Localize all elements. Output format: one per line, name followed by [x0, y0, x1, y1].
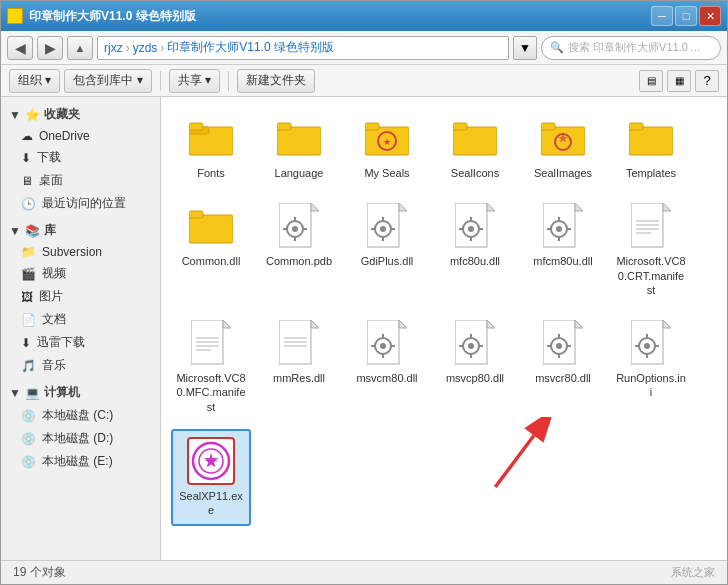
sidebar-item-drive-d[interactable]: 💿 本地磁盘 (D:)	[1, 427, 160, 450]
sidebar-item-label: 最近访问的位置	[42, 195, 126, 212]
file-item-mmres[interactable]: mmRes.dll	[259, 312, 339, 421]
help-button[interactable]: ?	[695, 70, 719, 92]
maximize-button[interactable]: □	[675, 6, 697, 26]
file-item-templates[interactable]: Templates	[611, 107, 691, 187]
file-label: Common.dll	[182, 254, 241, 268]
sidebar-item-download[interactable]: ⬇ 下载	[1, 146, 160, 169]
dll-file-icon	[539, 319, 587, 367]
watermark-text: 系统之家	[671, 565, 715, 580]
svg-marker-104	[663, 320, 671, 328]
file-item-common-dll[interactable]: Common.dll	[171, 195, 251, 304]
view-grid-button[interactable]: ▦	[667, 70, 691, 92]
file-item-sealicons[interactable]: SealIcons	[435, 107, 515, 187]
sidebar-item-pictures[interactable]: 🖼 图片	[1, 285, 160, 308]
search-box[interactable]: 🔍 搜索 印章制作大师V11.0 ...	[541, 36, 721, 60]
folder-icon	[187, 202, 235, 250]
drive-d-icon: 💿	[21, 432, 36, 446]
include-button[interactable]: 包含到库中 ▾	[64, 69, 151, 93]
file-label: Language	[275, 166, 324, 180]
folder-icon: ★	[363, 114, 411, 162]
minimize-button[interactable]: ─	[651, 6, 673, 26]
new-folder-button[interactable]: 新建文件夹	[237, 69, 315, 93]
window-title: 印章制作大师V11.0 绿色特别版	[29, 8, 196, 25]
sidebar-libraries-section: ▼ 📚 库 📁 Subversion 🎬 视频 🖼 图片 📄	[1, 219, 160, 377]
sidebar-item-music[interactable]: 🎵 音乐	[1, 354, 160, 377]
path-dropdown-button[interactable]: ▼	[513, 36, 537, 60]
svg-rect-15	[629, 127, 673, 155]
sidebar-item-desktop[interactable]: 🖥 桌面	[1, 169, 160, 192]
file-item-common-pdb[interactable]: Common.pdb	[259, 195, 339, 304]
thunder-icon: ⬇	[21, 336, 31, 350]
back-button[interactable]: ◀	[7, 36, 33, 60]
file-label: RunOptions.ini	[616, 371, 686, 400]
sidebar-item-label: 迅雷下载	[37, 334, 85, 351]
file-label: msvcp80.dll	[446, 371, 504, 385]
sidebar-item-subversion[interactable]: 📁 Subversion	[1, 242, 160, 262]
file-item-mfc80u[interactable]: mfc80u.dll	[435, 195, 515, 304]
file-item-sealimages[interactable]: SealImages	[523, 107, 603, 187]
chevron-icon: ▼	[9, 224, 21, 238]
breadcrumb-yzds[interactable]: yzds	[133, 41, 158, 55]
sidebar-favorites-header[interactable]: ▼ ⭐ 收藏夹	[1, 103, 160, 126]
main-window: 印章制作大师V11.0 绿色特别版 ─ □ ✕ ◀ ▶ ▲ rjxz › yzd…	[0, 0, 728, 585]
folder-icon	[451, 114, 499, 162]
file-label: mmRes.dll	[273, 371, 325, 385]
file-item-vc80-mfc[interactable]: Microsoft.VC80.MFC.manifest	[171, 312, 251, 421]
pictures-icon: 🖼	[21, 290, 33, 304]
sidebar-item-onedrive[interactable]: ☁ OneDrive	[1, 126, 160, 146]
sidebar-favorites-icon: ⭐	[25, 108, 40, 122]
file-area: Fonts Language	[161, 97, 727, 560]
file-item-gdiplus[interactable]: GdiPlus.dll	[347, 195, 427, 304]
sidebar-item-recent[interactable]: 🕒 最近访问的位置	[1, 192, 160, 215]
file-label: Common.pdb	[266, 254, 332, 268]
file-item-runoptions[interactable]: RunOptions.ini	[611, 312, 691, 421]
sidebar-libraries-header[interactable]: ▼ 📚 库	[1, 219, 160, 242]
breadcrumb-current[interactable]: 印章制作大师V11.0 绿色特别版	[167, 39, 334, 56]
file-item-mfcm80u[interactable]: mfcm80u.dll	[523, 195, 603, 304]
close-button[interactable]: ✕	[699, 6, 721, 26]
breadcrumb-rjxz[interactable]: rjxz	[104, 41, 123, 55]
file-label: My Seals	[364, 166, 409, 180]
sidebar-item-drive-c[interactable]: 💿 本地磁盘 (C:)	[1, 404, 160, 427]
sidebar-item-drive-e[interactable]: 💿 本地磁盘 (E:)	[1, 450, 160, 473]
file-item-myseals[interactable]: ★ My Seals	[347, 107, 427, 187]
view-details-button[interactable]: ▤	[639, 70, 663, 92]
address-path[interactable]: rjxz › yzds › 印章制作大师V11.0 绿色特别版	[97, 36, 509, 60]
file-label: Microsoft.VC80.MFC.manifest	[176, 371, 246, 414]
file-label: mfc80u.dll	[450, 254, 500, 268]
sidebar-computer-section: ▼ 💻 计算机 💿 本地磁盘 (C:) 💿 本地磁盘 (D:) 💿 本地磁盘 (…	[1, 381, 160, 473]
computer-icon: 💻	[25, 386, 40, 400]
file-label: GdiPlus.dll	[361, 254, 414, 268]
sidebar: ▼ ⭐ 收藏夹 ☁ OneDrive ⬇ 下载 🖥 桌面 🕒	[1, 97, 161, 560]
window-controls: ─ □ ✕	[651, 6, 721, 26]
sidebar-item-video[interactable]: 🎬 视频	[1, 262, 160, 285]
svg-point-106	[644, 343, 650, 349]
title-bar-left: 印章制作大师V11.0 绿色特别版	[7, 8, 196, 25]
file-item-language[interactable]: Language	[259, 107, 339, 187]
file-item-fonts[interactable]: Fonts	[171, 107, 251, 187]
sidebar-computer-header[interactable]: ▼ 💻 计算机	[1, 381, 160, 404]
sidebar-item-thunder[interactable]: ⬇ 迅雷下载	[1, 331, 160, 354]
forward-button[interactable]: ▶	[37, 36, 63, 60]
chevron-icon: ▼	[9, 108, 21, 122]
svg-rect-12	[541, 123, 555, 130]
file-item-msvcp80[interactable]: msvcp80.dll	[435, 312, 515, 421]
file-label: mfcm80u.dll	[533, 254, 592, 268]
file-item-msvcm80[interactable]: msvcm80.dll	[347, 312, 427, 421]
file-item-msvcr80[interactable]: msvcr80.dll	[523, 312, 603, 421]
svg-marker-30	[399, 203, 407, 211]
ini-file-icon	[627, 319, 675, 367]
toolbar: 组织 ▾ 包含到库中 ▾ 共享 ▾ 新建文件夹 ▤ ▦ ?	[1, 65, 727, 97]
up-button[interactable]: ▲	[67, 36, 93, 60]
file-label: Templates	[626, 166, 676, 180]
sidebar-item-label: Subversion	[42, 245, 102, 259]
sidebar-item-documents[interactable]: 📄 文档	[1, 308, 160, 331]
organize-button[interactable]: 组织 ▾	[9, 69, 60, 93]
file-item-vc80-crt[interactable]: Microsoft.VC80.CRT.manifest	[611, 195, 691, 304]
address-bar: ◀ ▶ ▲ rjxz › yzds › 印章制作大师V11.0 绿色特别版 ▼ …	[1, 31, 727, 65]
file-item-sealxp11[interactable]: ★ SealXP11.exe	[171, 429, 251, 526]
sidebar-item-label: 下载	[37, 149, 61, 166]
share-button[interactable]: 共享 ▾	[169, 69, 220, 93]
svg-point-79	[380, 343, 386, 349]
folder-icon	[539, 114, 587, 162]
